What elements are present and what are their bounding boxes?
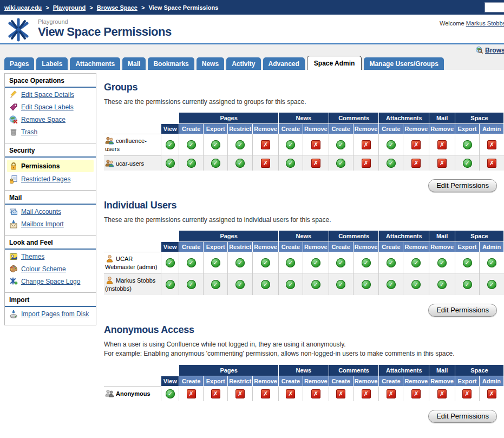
tab-attachments[interactable]: Attachments: [70, 57, 120, 70]
permission-allowed-cell: ✓: [429, 252, 455, 274]
column-header-remove: Remove: [403, 376, 429, 386]
sidebar-section-space-operations: Space OperationsEdit Space DetailsEdit S…: [4, 73, 96, 143]
cross-icon: ✗: [437, 389, 447, 398]
spacer: [104, 364, 161, 376]
column-header-view: View: [161, 376, 179, 386]
sidebar-item-import-pages-from-disk[interactable]: Import Pages from Disk: [5, 307, 96, 319]
edit-permissions-button-individual-users[interactable]: Edit Permissions: [428, 304, 497, 317]
sidebar-item-label: Permissions: [21, 162, 60, 170]
check-icon: ✓: [211, 258, 220, 267]
check-icon: ✓: [463, 280, 472, 289]
permission-denied-cell: ✗: [353, 386, 379, 401]
space-logo-icon: [9, 277, 18, 286]
column-group-pages: Pages: [179, 231, 279, 242]
sidebar-item-restricted-pages[interactable]: Restricted Pages: [5, 172, 96, 185]
tab-activity[interactable]: Activity: [226, 57, 260, 70]
edit-permissions-button-groups[interactable]: Edit Permissions: [428, 179, 497, 192]
group-icon: [105, 136, 114, 145]
tab-advanced[interactable]: Advanced: [263, 57, 305, 70]
sidebar-item-colour-scheme[interactable]: Colour Scheme: [5, 262, 96, 274]
sidebar-section-title: Security: [5, 143, 96, 158]
edit-permissions-button-anonymous-access[interactable]: Edit Permissions: [428, 410, 497, 423]
globe-remove-icon: [9, 115, 18, 124]
check-icon: ✓: [187, 140, 196, 149]
column-header-export: Export: [455, 376, 479, 386]
column-header-remove: Remove: [303, 124, 329, 134]
sidebar-item-mailbox-import[interactable]: Mailbox Import: [5, 217, 96, 230]
space-logo-icon: [6, 18, 30, 42]
tab-news[interactable]: News: [197, 57, 224, 70]
sidebar-item-label[interactable]: Import Pages from Disk: [21, 310, 89, 318]
check-icon: ✓: [187, 280, 196, 289]
check-icon: ✓: [286, 159, 295, 168]
sidebar-item-edit-space-labels[interactable]: Edit Space Labels: [5, 100, 96, 113]
column-header-create: Create: [379, 376, 403, 386]
breadcrumb-item[interactable]: wiki.ucar.edu: [4, 4, 42, 11]
column-group-attachments: Attachments: [379, 364, 429, 376]
cross-icon: ✗: [261, 389, 270, 398]
cross-icon: ✗: [235, 389, 245, 398]
sidebar-item-label[interactable]: Colour Scheme: [21, 265, 66, 273]
sidebar-item-themes[interactable]: Themes: [5, 250, 96, 262]
mailbox-import-icon: [9, 220, 18, 228]
sidebar-item-label[interactable]: Mailbox Import: [21, 220, 64, 228]
sidebar-item-trash[interactable]: Trash: [5, 125, 96, 138]
column-header-view: View: [161, 124, 179, 134]
permission-allowed-cell: ✓: [179, 252, 204, 274]
user-icon: [105, 276, 114, 284]
check-icon: ✓: [336, 258, 345, 267]
sidebar-item-label[interactable]: Themes: [21, 253, 44, 260]
check-icon: ✓: [336, 140, 345, 149]
cross-icon: ✗: [261, 140, 270, 149]
cross-icon: ✗: [487, 159, 496, 168]
sidebar-item-remove-space[interactable]: Remove Space: [5, 113, 96, 125]
tab-manage-users-groups[interactable]: Manage Users/Groups: [364, 57, 443, 70]
sidebar-item-label[interactable]: Trash: [21, 128, 37, 136]
column-header-create: Create: [329, 376, 353, 386]
permission-row-confluence-users: confluence-users✓✓✓✓✗✓✗✓✗✓✗✗✓✗: [104, 134, 504, 156]
cross-icon: ✗: [286, 389, 295, 398]
tab-mail[interactable]: Mail: [122, 57, 146, 70]
check-icon: ✓: [387, 159, 396, 168]
sidebar-item-label[interactable]: Mail Accounts: [21, 208, 61, 215]
browse-link[interactable]: Browse: [475, 46, 504, 54]
breadcrumb-item[interactable]: Browse Space: [97, 4, 138, 11]
permission-allowed-cell: ✓: [253, 252, 279, 274]
tab-pages[interactable]: Pages: [4, 57, 34, 70]
cross-icon: ✗: [362, 159, 371, 168]
sidebar-section-title: Look and Feel: [5, 236, 96, 250]
permission-allowed-cell: ✓: [353, 252, 379, 274]
permission-allowed-cell: ✓: [403, 252, 429, 274]
sidebar-item-mail-accounts[interactable]: Mail Accounts: [5, 205, 96, 217]
current-user-link[interactable]: Markus Stobbs: [466, 20, 504, 27]
column-group-news: News: [278, 113, 329, 124]
check-icon: ✓: [463, 140, 472, 149]
tab-bookmarks[interactable]: Bookmarks: [148, 57, 194, 70]
tab-space-admin[interactable]: Space Admin: [307, 56, 362, 70]
sidebar-item-change-space-logo[interactable]: Change Space Logo: [5, 274, 96, 287]
sidebar-item-label[interactable]: Change Space Logo: [21, 278, 80, 285]
page: wiki.ucar.edu > Playground > Browse Spac…: [0, 0, 504, 438]
sidebar-item-label[interactable]: Remove Space: [21, 116, 66, 123]
breadcrumb-item[interactable]: Playground: [53, 4, 86, 11]
check-icon: ✓: [166, 389, 175, 398]
check-icon: ✓: [487, 258, 496, 267]
search-input[interactable]: [485, 2, 504, 12]
permission-allowed-cell: ✓: [228, 134, 253, 156]
permission-denied-cell: ✗: [403, 134, 429, 156]
permission-allowed-cell: ✓: [329, 156, 353, 171]
tab-labels[interactable]: Labels: [36, 57, 68, 70]
permission-allowed-cell: ✓: [480, 252, 504, 274]
check-icon: ✓: [437, 280, 447, 289]
sidebar-item-edit-space-details[interactable]: Edit Space Details: [5, 88, 96, 100]
check-icon: ✓: [235, 159, 245, 168]
sidebar-item-label[interactable]: Edit Space Details: [21, 91, 74, 99]
sidebar-item-label[interactable]: Edit Space Labels: [21, 103, 74, 111]
permission-denied-cell: ✗: [253, 134, 279, 156]
tag-icon: [9, 103, 18, 112]
permission-denied-cell: ✗: [303, 386, 329, 401]
sidebar-item-permissions[interactable]: Permissions: [7, 160, 94, 172]
sidebar-item-label[interactable]: Restricted Pages: [21, 175, 70, 183]
page-title: View Space Permissions: [38, 25, 504, 39]
check-icon: ✓: [286, 280, 295, 289]
